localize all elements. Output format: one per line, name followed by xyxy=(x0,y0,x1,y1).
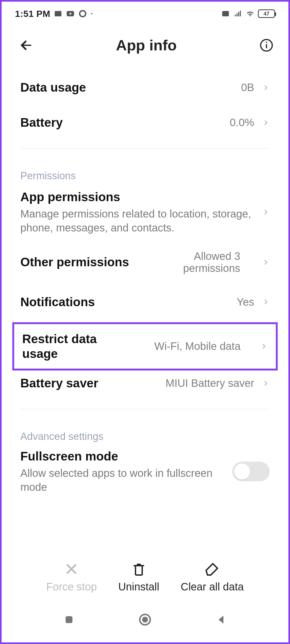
row-label: Battery saver xyxy=(20,376,158,391)
page-title: App info xyxy=(116,36,177,54)
divider xyxy=(20,148,270,149)
row-label: Other permissions xyxy=(20,255,133,269)
chevron-right-icon xyxy=(262,84,270,91)
row-value: Yes xyxy=(237,296,254,308)
trash-icon xyxy=(131,561,147,577)
svg-rect-4 xyxy=(222,11,229,16)
chevron-right-icon xyxy=(260,343,268,350)
divider xyxy=(20,409,270,409)
row-data-usage[interactable]: Data usage 0B xyxy=(20,70,270,105)
row-label: Data usage xyxy=(20,80,233,95)
row-label: Restrict data usage xyxy=(22,332,135,361)
chevron-right-icon xyxy=(262,208,270,216)
chevron-right-icon xyxy=(262,119,270,126)
action-label: Uninstall xyxy=(118,581,159,593)
row-battery[interactable]: Battery 0.0% xyxy=(20,105,270,140)
row-restrict-data-usage[interactable]: Restrict data usage Wi-Fi, Mobile data xyxy=(22,332,268,361)
battery-icon: 47 xyxy=(258,9,275,18)
app-badge-icon xyxy=(54,9,63,18)
fullscreen-toggle[interactable] xyxy=(232,462,270,481)
status-bar: 1:51 PM 47 xyxy=(2,2,288,26)
row-label: Battery xyxy=(20,115,222,130)
wifi-icon xyxy=(246,9,255,18)
row-value: MIUI Battery saver xyxy=(166,377,254,389)
circle-icon xyxy=(78,9,87,18)
action-uninstall[interactable]: Uninstall xyxy=(113,561,165,593)
battery-level: 47 xyxy=(264,11,269,17)
svg-rect-7 xyxy=(266,42,267,43)
action-label: Clear all data xyxy=(181,581,244,593)
section-title-advanced: Advanced settings xyxy=(2,417,288,448)
svg-rect-6 xyxy=(266,44,267,48)
back-button[interactable] xyxy=(18,37,35,54)
row-notifications[interactable]: Notifications Yes xyxy=(20,284,270,320)
eraser-icon xyxy=(204,561,220,577)
highlight-restrict-data: Restrict data usage Wi-Fi, Mobile data xyxy=(12,322,278,370)
svg-rect-8 xyxy=(66,616,72,623)
row-other-permissions[interactable]: Other permissions Allowed 3 permissions xyxy=(20,240,270,284)
row-description: Manage permissions related to location, … xyxy=(20,207,254,235)
chevron-right-icon xyxy=(262,259,270,266)
action-label: Force stop xyxy=(46,581,97,593)
info-button[interactable] xyxy=(258,37,275,54)
action-bar: Force stop Uninstall Clear all data xyxy=(2,553,288,596)
svg-point-10 xyxy=(142,617,148,623)
row-value: Allowed 3 permissions xyxy=(155,250,240,274)
chevron-right-icon xyxy=(262,380,270,387)
section-title-permissions: Permissions xyxy=(2,157,288,187)
row-value: 0B xyxy=(241,81,254,93)
signal-icon xyxy=(233,9,242,18)
nav-recents-button[interactable] xyxy=(61,612,77,628)
svg-point-3 xyxy=(91,13,93,14)
svg-rect-0 xyxy=(55,11,62,16)
row-value: 0.0% xyxy=(230,117,254,129)
nav-back-button[interactable] xyxy=(213,612,229,628)
row-app-permissions[interactable]: App permissions Manage permissions relat… xyxy=(20,187,270,240)
action-force-stop: Force stop xyxy=(41,561,102,593)
row-value: Wi-Fi, Mobile data xyxy=(154,340,241,352)
close-icon xyxy=(63,561,79,577)
clock-text: 1:51 PM xyxy=(15,9,50,19)
row-label: Notifications xyxy=(20,295,229,309)
header: App info xyxy=(2,26,288,70)
row-label: App permissions xyxy=(20,190,254,204)
chevron-right-icon xyxy=(262,298,270,306)
row-description: Allow selected apps to work in fullscree… xyxy=(20,466,224,494)
row-fullscreen-mode[interactable]: Fullscreen mode Allow selected apps to w… xyxy=(20,448,270,504)
row-label: Fullscreen mode xyxy=(20,449,224,464)
volte-icon xyxy=(221,9,230,18)
action-clear-all-data[interactable]: Clear all data xyxy=(175,561,249,593)
row-battery-saver[interactable]: Battery saver MIUI Battery saver xyxy=(20,373,270,401)
nav-home-button[interactable] xyxy=(137,612,153,628)
navigation-bar xyxy=(2,605,288,634)
dot-icon xyxy=(90,9,93,18)
svg-point-2 xyxy=(80,11,86,17)
youtube-icon xyxy=(66,9,75,18)
